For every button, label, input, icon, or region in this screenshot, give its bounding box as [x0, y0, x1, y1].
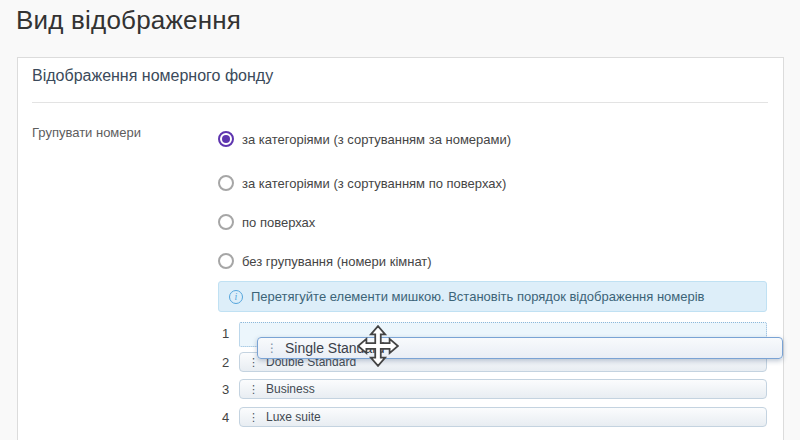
radio-button-icon	[218, 253, 234, 269]
radio-option-by-category-floor-sort[interactable]: за категоріями (з сортуванням по поверха…	[218, 174, 506, 192]
radio-button-icon	[218, 214, 234, 230]
drag-handle-icon[interactable]: ⋮	[248, 412, 259, 423]
room-category-sort-list: 1 2 3 4 ⋮ Double Standard ⋮ Business ⋮ L…	[218, 322, 767, 440]
settings-panel: Відображення номерного фонду Групувати н…	[17, 57, 784, 440]
info-circle-icon: i	[229, 290, 243, 304]
info-banner: i Перетягуйте елементи мишкою. Встановіт…	[218, 281, 767, 312]
drag-handle-icon[interactable]: ⋮	[248, 384, 259, 395]
sort-item-business[interactable]: ⋮ Business	[239, 379, 767, 399]
page-title: Вид відображення	[16, 5, 241, 36]
sort-item-single-standard-dragging[interactable]: ⋮ Single Standard	[257, 337, 783, 359]
radio-option-label: без групування (номери кімнат)	[242, 254, 432, 269]
sort-index: 4	[222, 410, 236, 425]
radio-button-icon	[218, 131, 234, 147]
radio-option-label: за категоріями (з сортуванням по поверха…	[242, 176, 506, 191]
radio-dot	[222, 135, 230, 143]
radio-option-no-grouping[interactable]: без групування (номери кімнат)	[218, 252, 432, 270]
info-banner-text: Перетягуйте елементи мишкою. Встановіть …	[251, 289, 705, 304]
group-rooms-label: Групувати номери	[32, 125, 141, 140]
panel-title: Відображення номерного фонду	[32, 67, 273, 85]
sort-index: 2	[222, 355, 236, 370]
radio-option-label: за категоріями (з сортуванням за номерам…	[242, 132, 511, 147]
radio-option-by-floors[interactable]: по поверхах	[218, 213, 315, 231]
sort-item-luxe-suite[interactable]: ⋮ Luxe suite	[239, 407, 767, 427]
radio-option-by-category-number-sort[interactable]: за категоріями (з сортуванням за номерам…	[218, 130, 511, 148]
drag-handle-icon[interactable]: ⋮	[266, 342, 278, 354]
radio-option-label: по поверхах	[242, 215, 315, 230]
sort-item-label: Business	[266, 382, 315, 396]
sort-index: 1	[222, 326, 236, 341]
radio-button-icon	[218, 175, 234, 191]
radio-dot	[222, 218, 230, 226]
panel-divider	[32, 102, 768, 103]
sort-index: 3	[222, 382, 236, 397]
radio-dot	[222, 257, 230, 265]
radio-dot	[222, 179, 230, 187]
move-cursor-icon	[357, 325, 399, 367]
sort-item-label: Luxe suite	[266, 410, 321, 424]
drag-handle-icon[interactable]: ⋮	[248, 357, 259, 368]
